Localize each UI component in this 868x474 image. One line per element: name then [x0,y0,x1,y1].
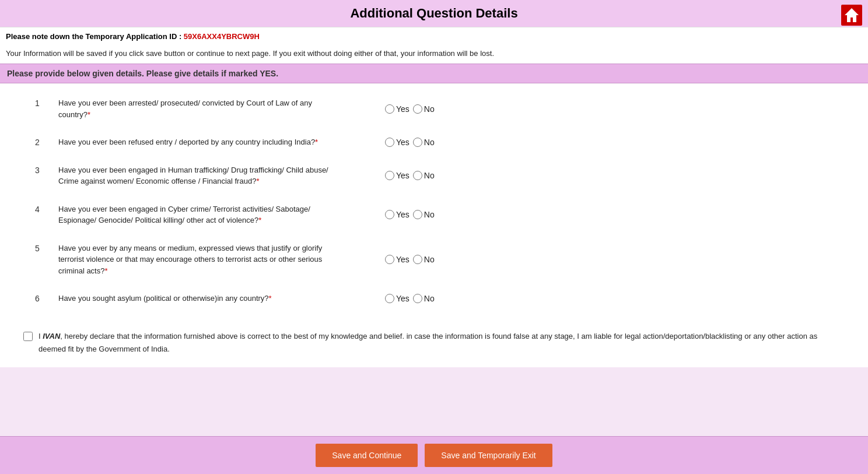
radio-no-1[interactable]: No [413,104,435,114]
radio-input-yes-2[interactable] [385,138,394,147]
radio-label-no-2: No [424,138,435,147]
radio-label-yes-6: Yes [396,294,410,303]
required-marker-6: * [269,294,272,303]
radio-label-yes-1: Yes [396,104,410,114]
declaration-checkbox[interactable] [23,332,33,341]
radio-label-no-3: No [424,171,435,180]
radio-yes-2[interactable]: Yes [385,138,410,147]
question-row: 6 Have you sought asylum (political or o… [12,285,856,313]
required-marker-3: * [256,177,259,185]
declaration-section: I IVAN, hereby declare that the informat… [0,318,868,367]
radio-input-yes-1[interactable] [385,104,394,114]
required-marker-2: * [315,138,318,146]
declaration-content: I IVAN, hereby declare that the informat… [38,330,845,356]
radio-input-no-4[interactable] [413,210,422,219]
question-text-4: Have you ever been engaged in Cyber crim… [58,203,338,226]
radio-group-6: Yes No [385,294,435,303]
temp-id-value: 59X6AXX4YBRCW9H [184,32,260,41]
radio-no-3[interactable]: No [413,171,435,180]
temp-id-label: Please note down the Temporary Applicati… [6,32,181,41]
question-number-3: 3 [35,164,58,175]
declaration-name: IVAN [43,332,60,340]
question-number-5: 5 [35,243,58,253]
required-marker-4: * [258,216,261,224]
radio-input-yes-5[interactable] [385,255,394,264]
radio-no-5[interactable]: No [413,255,435,264]
question-row: 4 Have you ever been engaged in Cyber cr… [12,195,856,234]
question-number-4: 4 [35,203,58,214]
main-content: Additional Question Details Please note … [0,0,868,414]
radio-label-no-4: No [424,210,435,219]
save-exit-button[interactable]: Save and Temporarily Exit [425,444,552,467]
instruction-bar: Please provide below given details. Plea… [0,64,868,83]
radio-group-5: Yes No [385,255,435,264]
radio-input-yes-3[interactable] [385,171,394,180]
radio-label-no-5: No [424,255,435,264]
radio-input-no-3[interactable] [413,171,422,180]
radio-label-no-1: No [424,104,435,114]
required-marker-1: * [88,110,90,119]
question-row: 2 Have you ever been refused entry / dep… [12,128,856,156]
radio-input-yes-4[interactable] [385,210,394,219]
radio-yes-3[interactable]: Yes [385,171,410,180]
radio-label-no-6: No [424,294,435,303]
question-text-6: Have you sought asylum (political or oth… [58,293,338,304]
radio-input-no-1[interactable] [413,104,422,114]
question-row: 3 Have you ever been engaged in Human tr… [12,156,856,195]
page-title: Additional Question Details [350,6,517,21]
header: Additional Question Details [0,0,868,27]
question-text-3: Have you ever been engaged in Human traf… [58,164,338,187]
radio-label-yes-3: Yes [396,171,410,180]
info-text: Your Information will be saved if you cl… [0,45,868,64]
question-text-5: Have you ever by any means or medium, ex… [58,243,338,277]
radio-group-4: Yes No [385,210,435,219]
radio-input-no-2[interactable] [413,138,422,147]
save-continue-button[interactable]: Save and Continue [316,444,418,467]
radio-input-no-5[interactable] [413,255,422,264]
radio-label-yes-4: Yes [396,210,410,219]
radio-label-yes-5: Yes [396,255,410,264]
radio-no-6[interactable]: No [413,294,435,303]
radio-group-2: Yes No [385,138,435,147]
declaration-text: I IVAN, hereby declare that the informat… [23,330,845,356]
radio-yes-6[interactable]: Yes [385,294,410,303]
radio-no-2[interactable]: No [413,138,435,147]
question-number-1: 1 [35,97,58,108]
radio-yes-1[interactable]: Yes [385,104,410,114]
question-number-6: 6 [35,293,58,303]
radio-yes-4[interactable]: Yes [385,210,410,219]
footer-bar: Save and Continue Save and Temporarily E… [0,436,868,474]
questions-section: 1 Have you ever been arrested/ prosecute… [0,83,868,318]
radio-yes-5[interactable]: Yes [385,255,410,264]
required-marker-5: * [104,266,107,275]
radio-group-3: Yes No [385,171,435,180]
question-text-1: Have you ever been arrested/ prosecuted/… [58,97,338,120]
question-row: 1 Have you ever been arrested/ prosecute… [12,89,856,128]
radio-group-1: Yes No [385,104,435,114]
radio-label-yes-2: Yes [396,138,410,147]
question-text-2: Have you ever been refused entry / depor… [58,136,338,148]
temp-id-bar: Please note down the Temporary Applicati… [0,27,868,45]
question-row: 5 Have you ever by any means or medium, … [12,234,856,285]
radio-input-no-6[interactable] [413,294,422,303]
question-number-2: 2 [35,136,58,147]
home-icon[interactable] [841,5,862,26]
radio-no-4[interactable]: No [413,210,435,219]
radio-input-yes-6[interactable] [385,294,394,303]
page-wrapper: Additional Question Details Please note … [0,0,868,474]
